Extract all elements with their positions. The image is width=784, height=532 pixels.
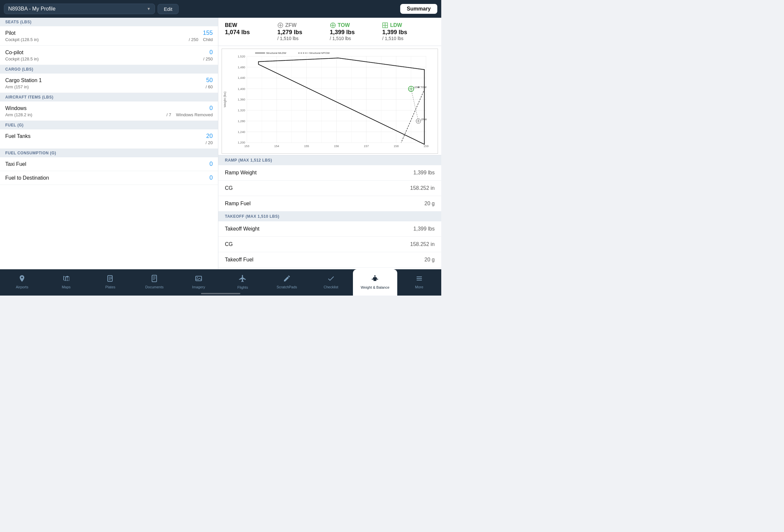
svg-text:⊕: ⊕ bbox=[418, 86, 420, 89]
svg-text:1,440: 1,440 bbox=[238, 76, 245, 80]
windows-value: 0 bbox=[209, 105, 213, 112]
takeoff-cg-row: CG 158.252 in bbox=[218, 237, 441, 252]
more-icon bbox=[415, 275, 423, 284]
svg-text:156: 156 bbox=[334, 144, 339, 148]
nav-documents-label: Documents bbox=[145, 285, 164, 289]
zfw-max: / 1,510 lbs bbox=[277, 36, 299, 41]
ramp-fuel-label: Ramp Fuel bbox=[225, 201, 251, 206]
taxi-fuel-value: 0 bbox=[209, 161, 213, 167]
cg-envelope-chart: 1,520 1,480 1,440 1,400 1,360 1,320 1,28… bbox=[222, 49, 438, 154]
nav-maps[interactable]: Maps bbox=[44, 269, 88, 296]
pilot-limit: / 250 Child bbox=[189, 37, 213, 42]
ramp-section-header: RAMP (MAX 1,512 LBS) bbox=[218, 155, 441, 165]
zfw-column: ZFW 1,279 lbs / 1,510 lbs bbox=[277, 22, 330, 41]
zfw-label: ZFW bbox=[277, 22, 297, 28]
ldw-max: / 1,510 lbs bbox=[382, 36, 403, 41]
nav-more[interactable]: More bbox=[397, 269, 441, 296]
svg-text:158: 158 bbox=[394, 144, 398, 148]
fuel-consumption-section-header: FUEL CONSUMPTION (G) bbox=[0, 149, 218, 157]
svg-point-73 bbox=[197, 277, 198, 278]
ramp-fuel-value: 20 g bbox=[424, 201, 435, 206]
svg-text:154: 154 bbox=[274, 144, 279, 148]
copilot-row: Co-pilot 0 Cockpit (128.5 in) / 250 bbox=[0, 46, 218, 65]
tow-label: TOW bbox=[330, 22, 350, 28]
tow-column: TOW 1,399 lbs / 1,510 lbs bbox=[330, 22, 383, 41]
edit-button[interactable]: Edit bbox=[158, 4, 178, 14]
weight-balance-icon bbox=[371, 274, 379, 284]
nav-flights-label: Flights bbox=[237, 285, 248, 289]
summary-button[interactable]: Summary bbox=[400, 4, 437, 14]
svg-text:1,360: 1,360 bbox=[238, 98, 245, 101]
takeoff-weight-row: Takeoff Weight 1,399 lbs bbox=[218, 221, 441, 237]
cargo-station-value: 50 bbox=[206, 77, 213, 84]
cargo-station-arm: Arm (157 in) bbox=[5, 84, 29, 89]
bew-column: BEW 1,074 lbs bbox=[225, 22, 277, 41]
takeoff-section-header: TAKEOFF (MAX 1,510 LBS) bbox=[218, 212, 441, 221]
windows-row: Windows 0 Arm (128.2 in) / 7 Windows Rem… bbox=[0, 102, 218, 121]
main-content: SEATS (LBS) Pilot 155 Cockpit (128.5 in)… bbox=[0, 18, 441, 269]
nav-documents[interactable]: Documents bbox=[132, 269, 176, 296]
svg-text:1,480: 1,480 bbox=[238, 66, 245, 69]
nav-weight-balance[interactable]: Weight & Balance bbox=[353, 269, 397, 296]
documents-icon bbox=[150, 275, 158, 284]
nav-imagery[interactable]: Imagery bbox=[177, 269, 221, 296]
ldw-label: LDW bbox=[382, 22, 402, 28]
chevron-down-icon: ▼ bbox=[147, 6, 151, 11]
svg-text:153: 153 bbox=[244, 144, 249, 148]
fuel-tanks-limit: / 20 bbox=[205, 140, 213, 145]
svg-text:1,240: 1,240 bbox=[238, 130, 245, 134]
svg-text:159: 159 bbox=[423, 144, 428, 148]
zfw-value: 1,279 lbs bbox=[277, 29, 302, 36]
cargo-station-label: Cargo Station 1 bbox=[5, 78, 42, 83]
fuel-section-header: FUEL (G) bbox=[0, 121, 218, 130]
takeoff-fuel-value: 20 g bbox=[424, 257, 435, 263]
ldw-value: 1,399 lbs bbox=[382, 29, 407, 36]
nav-maps-label: Maps bbox=[62, 285, 71, 289]
copilot-value: 0 bbox=[209, 49, 213, 56]
profile-selector[interactable]: N893BA - My Profile ▼ bbox=[4, 4, 155, 14]
nav-flights[interactable]: Flights bbox=[221, 269, 264, 296]
takeoff-weight-value: 1,399 lbs bbox=[413, 226, 435, 232]
ramp-fuel-row: Ramp Fuel 20 g bbox=[218, 196, 441, 212]
svg-text:1,320: 1,320 bbox=[238, 109, 245, 112]
svg-rect-72 bbox=[196, 276, 202, 281]
takeoff-weight-label: Takeoff Weight bbox=[225, 226, 259, 232]
ramp-cg-value: 158.252 in bbox=[410, 185, 435, 191]
takeoff-fuel-row: Takeoff Fuel 20 g bbox=[218, 252, 441, 268]
pilot-arm: Cockpit (128.5 in) bbox=[5, 37, 39, 42]
imagery-icon bbox=[195, 275, 202, 284]
aircraft-items-section-header: AIRCRAFT ITEMS (LBS) bbox=[0, 93, 218, 102]
fuel-tanks-value: 20 bbox=[206, 133, 213, 140]
flights-icon bbox=[239, 274, 247, 284]
pilot-value: 155 bbox=[203, 30, 213, 36]
tow-icon bbox=[330, 22, 336, 28]
nav-airports[interactable]: Airports bbox=[0, 269, 44, 296]
svg-text:1,280: 1,280 bbox=[238, 119, 245, 123]
fuel-tanks-label: Fuel Tanks bbox=[5, 133, 31, 139]
maps-icon bbox=[62, 275, 70, 284]
svg-text:ZFW: ZFW bbox=[421, 118, 427, 121]
tow-value: 1,399 lbs bbox=[330, 29, 355, 36]
fuel-destination-label: Fuel to Destination bbox=[5, 175, 49, 181]
nav-plates[interactable]: Plates bbox=[88, 269, 132, 296]
ldw-column: LDW 1,399 lbs / 1,510 lbs bbox=[382, 22, 435, 41]
nav-scratchpads[interactable]: ScratchPads bbox=[264, 269, 309, 296]
app-header: N893BA - My Profile ▼ Edit Summary bbox=[0, 0, 441, 18]
svg-text:Structural MTOW: Structural MTOW bbox=[309, 52, 330, 55]
bew-label: BEW bbox=[225, 22, 237, 28]
taxi-fuel-label: Taxi Fuel bbox=[5, 161, 26, 167]
ramp-weight-row: Ramp Weight 1,399 lbs bbox=[218, 165, 441, 180]
airports-icon bbox=[18, 275, 26, 284]
ramp-cg-label: CG bbox=[225, 185, 233, 191]
fuel-destination-value: 0 bbox=[209, 174, 213, 181]
fuel-destination-row: Fuel to Destination 0 bbox=[0, 171, 218, 185]
svg-line-63 bbox=[411, 89, 418, 121]
cargo-station-row: Cargo Station 1 50 Arm (157 in) / 60 bbox=[0, 74, 218, 93]
left-panel: SEATS (LBS) Pilot 155 Cockpit (128.5 in)… bbox=[0, 18, 218, 269]
takeoff-fuel-label: Takeoff Fuel bbox=[225, 257, 253, 263]
svg-text:Weight (lbs): Weight (lbs) bbox=[223, 92, 227, 107]
pilot-row: Pilot 155 Cockpit (128.5 in) / 250 Child bbox=[0, 26, 218, 46]
nav-checklist[interactable]: Checklist bbox=[309, 269, 353, 296]
profile-name: N893BA - My Profile bbox=[8, 6, 55, 12]
nav-imagery-label: Imagery bbox=[192, 285, 205, 289]
